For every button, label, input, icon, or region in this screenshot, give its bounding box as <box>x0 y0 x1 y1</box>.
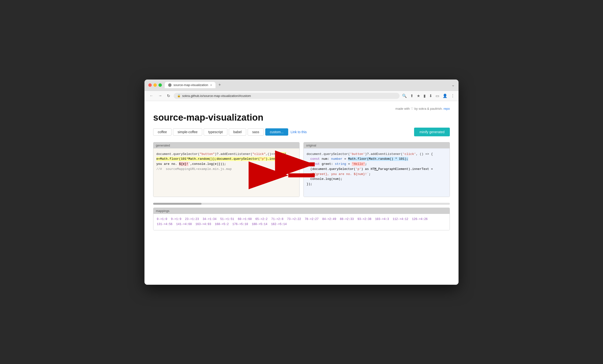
minify-generated-button[interactable]: minify generated <box>414 128 450 136</box>
address-bar: ← → ↻ 🔒 sokra.github.io/source-map-visua… <box>144 91 459 101</box>
mapping-0[interactable]: 0->1:0 <box>157 218 167 221</box>
mappings-section: mappings 0->1:0 9->1:9 23->1:23 34->1:34… <box>153 208 450 230</box>
scrollbar-track[interactable] <box>153 203 450 205</box>
orig-line-1: document.querySelector('button')?.addEve… <box>307 152 447 157</box>
mapping-12[interactable]: 93->2:38 <box>358 218 371 221</box>
mapping-22[interactable]: 182->5:14 <box>271 223 287 226</box>
original-panel-body: document.querySelector('button')?.addEve… <box>304 148 450 197</box>
toolbar-icons: 🔍 ⬆ ★ ▮ ⬇ ▭ 👤 ⋮ <box>402 94 455 98</box>
browser-window: source-map-visualization × + ⌄ ← → ↻ 🔒 s… <box>144 80 459 285</box>
mapping-10[interactable]: 84->2:49 <box>322 218 336 221</box>
gen-line-1: document.querySelector("button")?.addEve… <box>156 152 296 157</box>
orig-line-4: (document.querySelector('p') as HTM̲Para… <box>307 167 447 172</box>
mapping-2[interactable]: 23->1:23 <box>185 218 199 221</box>
original-panel: original document.querySelector('button'… <box>303 142 450 197</box>
orig-line-6: console.log(num); <box>307 177 447 182</box>
maximize-button[interactable] <box>159 83 162 87</box>
link-to-this[interactable]: Link to this <box>291 130 307 134</box>
page-content: made with ♡ by sokra & paulirish. repo s… <box>144 101 459 285</box>
extensions-icon[interactable]: ▮ <box>424 94 426 98</box>
download-icon[interactable]: ⬇ <box>429 94 432 98</box>
mappings-header: mappings <box>153 208 450 214</box>
lock-icon: 🔒 <box>177 94 181 97</box>
mapping-17[interactable]: 141->4:68 <box>176 223 192 226</box>
mapping-5[interactable]: 60->1:60 <box>238 218 252 221</box>
gen-line-2: e=Math.floor(101*Math.random());document… <box>156 157 296 162</box>
generated-panel-body: document.querySelector("button")?.addEve… <box>153 148 299 197</box>
tabs-row: coffee simple-coffee typescript babel sa… <box>153 128 450 136</box>
original-panel-header: original <box>304 142 450 148</box>
mapping-18[interactable]: 163->4:93 <box>196 223 211 226</box>
orig-line-3: const greet: string = 'Hello'; <box>307 162 447 167</box>
menu-icon[interactable]: ⋮ <box>451 94 455 98</box>
tab-sass[interactable]: sass <box>248 128 264 136</box>
mapping-20[interactable]: 176->5:10 <box>232 223 248 226</box>
tab-simple-coffee[interactable]: simple-coffee <box>173 128 202 136</box>
new-tab-button[interactable]: + <box>217 82 222 87</box>
mappings-body: 0->1:0 9->1:9 23->1:23 34->1:34 51->1:51… <box>153 214 450 230</box>
search-icon[interactable]: 🔍 <box>402 94 407 98</box>
refresh-button[interactable]: ↻ <box>166 93 171 99</box>
tab-bar: source-map-visualization × + <box>165 82 449 88</box>
profile-icon[interactable]: 👤 <box>443 94 447 98</box>
scrollbar-area <box>153 201 450 207</box>
panels-row: generated document.querySelector("button… <box>153 142 450 197</box>
generated-panel: generated document.querySelector("button… <box>153 142 300 197</box>
gen-line-3: you are no. ${e}!`,console.log(e)})); <box>156 162 296 167</box>
active-tab[interactable]: source-map-visualization × <box>165 82 216 88</box>
tab-favicon <box>168 83 172 87</box>
mapping-7[interactable]: 71->2:8 <box>271 218 283 221</box>
mapping-15[interactable]: 126->4:26 <box>412 218 428 221</box>
tab-coffee[interactable]: coffee <box>153 128 172 136</box>
page-title: source-map-visualization <box>153 112 450 123</box>
mapping-19[interactable]: 168->5:2 <box>215 223 229 226</box>
made-with: made with ♡ by sokra & paulirish. repo <box>153 107 450 110</box>
orig-line-5: `${greet}, you are no. ${num}!`; <box>307 172 447 177</box>
mapping-16[interactable]: 131->4:56 <box>157 223 173 226</box>
title-bar: source-map-visualization × + ⌄ <box>144 80 459 91</box>
mapping-13[interactable]: 103->4:3 <box>375 218 389 221</box>
minimize-button[interactable] <box>153 83 157 87</box>
tab-title: source-map-visualization <box>174 83 208 87</box>
tab-custom[interactable]: custom... <box>265 128 288 136</box>
split-view-icon[interactable]: ▭ <box>436 94 439 98</box>
repo-link[interactable]: repo <box>443 107 450 110</box>
forward-button[interactable]: → <box>157 93 163 98</box>
mapping-1[interactable]: 9->1:9 <box>171 218 181 221</box>
tab-babel[interactable]: babel <box>229 128 246 136</box>
share-icon[interactable]: ⬆ <box>410 94 413 98</box>
tab-typescript[interactable]: typescript <box>204 128 227 136</box>
scrollbar-thumb[interactable] <box>153 203 201 205</box>
mapping-21[interactable]: 180->5:14 <box>252 223 267 226</box>
address-input[interactable]: 🔒 sokra.github.io/source-map-visualizati… <box>174 93 400 99</box>
orig-line-2: const num: number = Math.floor(Math.rand… <box>307 157 447 162</box>
mapping-3[interactable]: 34->1:34 <box>203 218 217 221</box>
gen-line-4: //# sourceMappingURL=example.min.js.map <box>156 167 296 172</box>
panels-container: generated document.querySelector("button… <box>153 142 450 207</box>
tab-close-icon[interactable]: × <box>210 83 212 87</box>
mapping-11[interactable]: 88->2:33 <box>340 218 354 221</box>
generated-panel-header: generated <box>153 142 299 148</box>
close-button[interactable] <box>148 83 152 87</box>
mapping-9[interactable]: 78->2:27 <box>305 218 319 221</box>
mapping-8[interactable]: 73->2:22 <box>287 218 301 221</box>
traffic-lights <box>148 83 162 87</box>
made-with-text: made with ♡ by sokra & paulirish. <box>395 107 443 110</box>
bookmark-icon[interactable]: ★ <box>417 94 420 98</box>
mapping-14[interactable]: 112->4:12 <box>393 218 408 221</box>
mapping-6[interactable]: 65->2:2 <box>255 218 267 221</box>
back-button[interactable]: ← <box>148 93 155 98</box>
mapping-4[interactable]: 51->1:51 <box>220 218 234 221</box>
address-text: sokra.github.io/source-map-visualization… <box>182 94 251 98</box>
orig-line-7: }); <box>307 182 447 187</box>
browser-menu-icon[interactable]: ⌄ <box>452 83 455 87</box>
